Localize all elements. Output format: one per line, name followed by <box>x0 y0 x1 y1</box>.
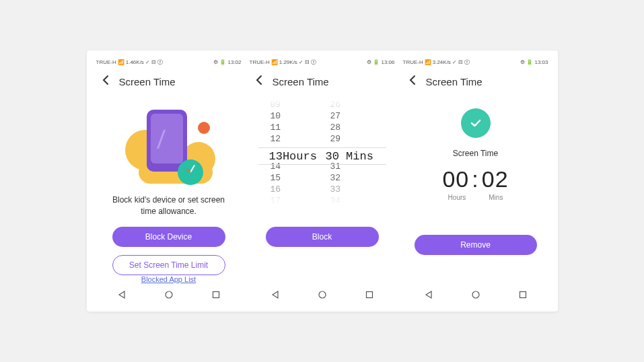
status-carrier: TRUE-H <box>96 59 116 65</box>
svg-rect-1 <box>213 291 219 297</box>
status-time: 13:02 <box>227 59 241 65</box>
status-carrier: TRUE-H <box>250 59 270 65</box>
nav-home-button[interactable] <box>468 287 483 305</box>
nav-recent-button[interactable] <box>209 287 223 305</box>
status-speed: 3.24K/s <box>433 59 451 65</box>
chevron-left-icon <box>408 75 417 85</box>
nav-home-button[interactable] <box>162 287 176 305</box>
svg-rect-3 <box>366 291 372 297</box>
app-header: Screen Time <box>246 67 399 98</box>
square-recent-icon <box>211 290 221 299</box>
square-recent-icon <box>365 290 374 299</box>
svg-point-4 <box>472 291 479 298</box>
set-limit-button[interactable]: Set Screen Time Limit <box>112 255 225 275</box>
time-picker[interactable]: 09 10 11 12 14 15 16 17 26 27 28 29 31 <box>258 99 386 207</box>
chevron-left-icon <box>255 75 263 85</box>
nav-home-button[interactable] <box>315 287 330 305</box>
status-bar: TRUE-H 📶 1.46K/s ✓ ⊟ ⓕ ⚙ 🔋 13:02 <box>92 57 246 67</box>
picker-selected-row: 13Hours 30 Mins <box>258 147 386 165</box>
signal-icon: 📶 <box>271 59 278 65</box>
screen-time-illustration <box>118 103 219 184</box>
timer-unit-labels: Hours Mins <box>448 194 503 201</box>
back-button[interactable] <box>252 72 266 91</box>
status-speed: 1.46K/s <box>126 59 144 65</box>
page-title: Screen Time <box>426 76 482 87</box>
nav-recent-button[interactable] <box>362 287 377 305</box>
app-header: Screen Time <box>92 67 246 98</box>
countdown-timer: 00 : 02 <box>442 166 508 192</box>
success-check-icon <box>461 108 491 138</box>
phone-screen-3: TRUE-H 📶 3.24K/s ✓ ⊟ ⓕ ⚙ 🔋 13:03 Screen … <box>399 57 552 306</box>
nav-back-button[interactable] <box>114 287 129 305</box>
back-button[interactable] <box>406 72 419 91</box>
triangle-back-icon <box>424 290 433 299</box>
screenshot-card: TRUE-H 📶 1.46K/s ✓ ⊟ ⓕ ⚙ 🔋 13:02 Screen … <box>87 50 558 312</box>
phone-screen-2: TRUE-H 📶 1.29K/s ✓ ⊟ ⓕ ⚙ 🔋 13:06 Screen … <box>246 57 399 306</box>
status-bar: TRUE-H 📶 3.24K/s ✓ ⊟ ⓕ ⚙ 🔋 13:03 <box>399 57 552 67</box>
status-speed: 1.29K/s <box>279 59 297 65</box>
nav-recent-button[interactable] <box>515 287 530 305</box>
timer-hours: 00 <box>442 166 469 192</box>
status-time: 13:06 <box>381 59 394 65</box>
svg-point-2 <box>319 291 326 298</box>
timer-mins: 02 <box>482 166 509 192</box>
block-button[interactable]: Block <box>266 227 379 247</box>
back-button[interactable] <box>99 72 112 91</box>
block-device-button[interactable]: Block Device <box>112 227 225 247</box>
triangle-back-icon <box>117 290 127 299</box>
screen-description: Block kid's device or set screen time al… <box>100 194 238 217</box>
status-bar: TRUE-H 📶 1.29K/s ✓ ⊟ ⓕ ⚙ 🔋 13:06 <box>246 57 399 67</box>
status-time: 13:03 <box>534 59 548 65</box>
nav-back-button[interactable] <box>268 287 283 305</box>
status-carrier: TRUE-H <box>403 59 423 65</box>
circle-home-icon <box>164 290 174 299</box>
circle-home-icon <box>471 290 480 299</box>
page-title: Screen Time <box>119 76 176 87</box>
svg-point-0 <box>166 291 172 298</box>
clock-icon <box>178 159 203 185</box>
signal-icon: 📶 <box>425 59 431 65</box>
system-nav-bar <box>246 286 399 306</box>
phone-screen-1: TRUE-H 📶 1.46K/s ✓ ⊟ ⓕ ⚙ 🔋 13:02 Screen … <box>92 57 246 306</box>
countdown-title: Screen Time <box>453 149 498 158</box>
system-nav-bar <box>399 286 552 306</box>
signal-icon: 📶 <box>118 59 124 65</box>
chevron-left-icon <box>102 75 110 85</box>
triangle-back-icon <box>271 290 280 299</box>
nav-back-button[interactable] <box>421 287 436 305</box>
app-header: Screen Time <box>399 67 552 98</box>
page-title: Screen Time <box>273 76 329 87</box>
remove-button[interactable]: Remove <box>415 235 537 255</box>
blocked-app-list-link[interactable]: Blocked App List <box>141 275 196 283</box>
svg-rect-5 <box>520 291 526 297</box>
square-recent-icon <box>518 290 528 299</box>
circle-home-icon <box>318 290 327 299</box>
system-nav-bar <box>92 286 246 306</box>
